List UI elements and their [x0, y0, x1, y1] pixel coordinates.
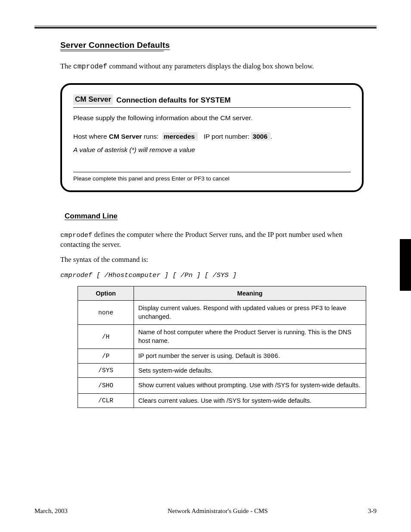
page-footer: March, 2003 Network Administrator's Guid…: [34, 507, 377, 515]
host-label-suffix: runs:: [142, 133, 159, 140]
dialog-title-row: CM Server Connection defaults for SYSTEM: [73, 94, 351, 108]
cell-meaning: Display current values. Respond with upd…: [134, 300, 366, 324]
cell-meaning: Clears current values. Use with /SYS for…: [134, 393, 366, 408]
table-row: /P IP port number the server is using. D…: [78, 349, 366, 364]
top-horizontal-rule: [34, 26, 377, 28]
dialog-body: Please supply the following information …: [73, 114, 351, 183]
cell-meaning: Name of host computer where the Product …: [134, 325, 366, 349]
section-title-underline: [60, 51, 164, 51]
dialog-instruction: Please supply the following information …: [73, 114, 351, 123]
footer-right: 3-9: [368, 507, 377, 515]
cell-option: none: [78, 300, 134, 324]
cell-meaning: Show current values without prompting. U…: [134, 378, 366, 394]
table-row: /SYS Sets system-wide defaults.: [78, 364, 366, 378]
cmd-name: cmprodef: [60, 231, 92, 239]
inline-command: cmprodef: [73, 62, 107, 71]
cell-option: /CLR: [78, 393, 134, 408]
command-syntax-text: cmprodef [ /Hhostcomputer ] [ /Pn ] [ /S…: [60, 271, 237, 279]
host-label-prefix: Host where: [73, 133, 109, 140]
cell-option: /H: [78, 325, 134, 349]
dialog-footnote: Please complete this panel and press Ent…: [73, 175, 351, 183]
table-row: /SHO Show current values without prompti…: [78, 378, 366, 394]
dialog-note: A value of asterisk (*) will remove a va…: [73, 146, 351, 155]
footer-center: Network Administrator's Guide - CMS: [168, 507, 268, 515]
dialog-title-highlight: CM Server: [73, 94, 113, 105]
cell-text-post: .: [278, 352, 280, 359]
th-option: Option: [78, 286, 134, 300]
page-edge-tab: [400, 239, 411, 291]
table-header-row: Option Meaning: [78, 286, 366, 300]
dialog-host-row: Host where CM Server runs: mercedes IP p…: [73, 132, 351, 141]
port-field[interactable]: 3006: [251, 132, 271, 140]
paragraph-2: The syntax of the command is:: [60, 255, 372, 264]
paragraph-1-text: defines the computer where the Product S…: [60, 230, 342, 249]
cell-option: /SHO: [78, 378, 134, 394]
dialog-user: SYSTEM: [201, 96, 231, 104]
cell-option: /SYS: [78, 364, 134, 378]
cell-mono: 3006: [263, 353, 278, 360]
section-title: Server Connection Defaults: [60, 40, 377, 50]
cell-meaning: Sets system-wide defaults.: [134, 364, 366, 378]
table-row: none Display current values. Respond wit…: [78, 300, 366, 324]
subsection-title: Command Line: [65, 212, 377, 221]
document-page: Server Connection Defaults The cmprodef …: [0, 0, 411, 532]
cell-text: IP port number the server is using. Defa…: [138, 352, 263, 359]
paragraph-1: cmprodef defines the computer where the …: [60, 230, 372, 249]
dialog-panel: CM Server Connection defaults for SYSTEM…: [60, 83, 364, 192]
footer-left: March, 2003: [34, 507, 68, 515]
cell-option: /P: [78, 349, 134, 364]
dialog-bottom-rule: [73, 172, 351, 172]
host-product: CM Server: [109, 133, 142, 140]
options-table: Option Meaning none Display current valu…: [78, 286, 366, 408]
dialog-title-plain: Connection defaults for SYSTEM: [116, 96, 230, 105]
cell-meaning: IP port number the server is using. Defa…: [134, 349, 366, 364]
th-meaning: Meaning: [134, 286, 366, 300]
intro-paragraph: The cmprodef command without any paramet…: [60, 62, 372, 71]
command-syntax: cmprodef [ /Hhostcomputer ] [ /Pn ] [ /S…: [60, 270, 372, 280]
table-row: /CLR Clears current values. Use with /SY…: [78, 393, 366, 408]
port-label: IP port number:: [203, 133, 251, 140]
dialog-title-text: Connection defaults for: [116, 96, 199, 104]
table-row: /H Name of host computer where the Produ…: [78, 325, 366, 349]
host-field[interactable]: mercedes: [162, 132, 198, 140]
